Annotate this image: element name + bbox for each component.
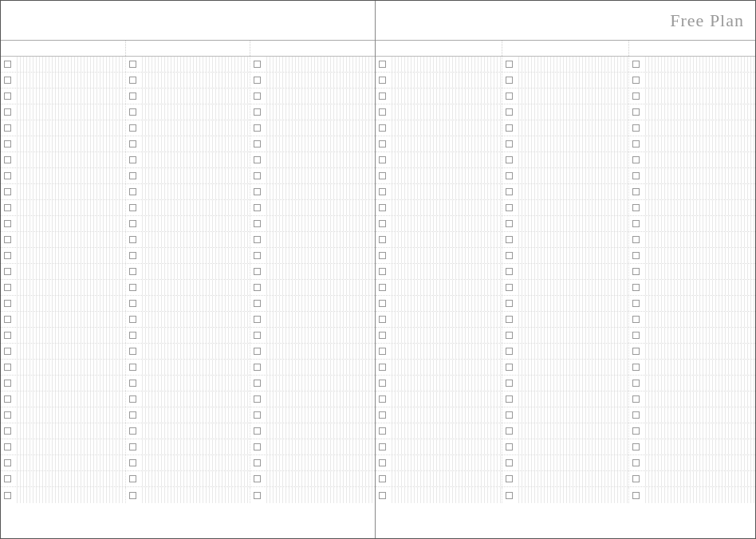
cell-checkbox[interactable] — [506, 268, 513, 275]
cell-checkbox[interactable] — [632, 380, 640, 387]
cell-checkbox[interactable] — [254, 411, 261, 419]
cell-checkbox[interactable] — [379, 172, 386, 179]
cell-checkbox[interactable] — [379, 140, 386, 148]
cell-checkbox[interactable] — [129, 220, 136, 227]
cell-checkbox[interactable] — [4, 236, 11, 243]
cell-checkbox[interactable] — [379, 156, 386, 163]
cell-checkbox[interactable] — [129, 395, 136, 403]
cell-checkbox[interactable] — [4, 124, 11, 132]
cell-checkbox[interactable] — [632, 140, 640, 148]
cell-checkbox[interactable] — [506, 380, 513, 387]
cell-checkbox[interactable] — [129, 124, 136, 132]
cell-checkbox[interactable] — [254, 443, 261, 450]
cell-checkbox[interactable] — [129, 140, 136, 148]
cell-checkbox[interactable] — [632, 332, 640, 339]
cell-checkbox[interactable] — [129, 236, 136, 243]
cell-checkbox[interactable] — [379, 364, 386, 371]
cell-checkbox[interactable] — [4, 172, 11, 179]
cell-checkbox[interactable] — [506, 459, 513, 466]
cell-checkbox[interactable] — [506, 124, 513, 132]
cell-checkbox[interactable] — [379, 459, 386, 466]
cell-checkbox[interactable] — [254, 395, 261, 403]
cell-checkbox[interactable] — [506, 61, 513, 68]
cell-checkbox[interactable] — [129, 332, 136, 339]
cell-checkbox[interactable] — [379, 475, 386, 482]
cell-checkbox[interactable] — [506, 364, 513, 371]
cell-checkbox[interactable] — [4, 156, 11, 163]
cell-checkbox[interactable] — [254, 108, 261, 116]
cell-checkbox[interactable] — [129, 108, 136, 116]
cell-checkbox[interactable] — [4, 380, 11, 387]
cell-checkbox[interactable] — [506, 252, 513, 259]
cell-checkbox[interactable] — [4, 492, 11, 499]
cell-checkbox[interactable] — [254, 140, 261, 148]
cell-checkbox[interactable] — [506, 443, 513, 450]
cell-checkbox[interactable] — [254, 284, 261, 291]
cell-checkbox[interactable] — [632, 443, 640, 450]
cell-checkbox[interactable] — [129, 204, 136, 211]
cell-checkbox[interactable] — [129, 300, 136, 307]
cell-checkbox[interactable] — [129, 92, 136, 100]
cell-checkbox[interactable] — [379, 332, 386, 339]
cell-checkbox[interactable] — [506, 108, 513, 116]
cell-checkbox[interactable] — [254, 364, 261, 371]
cell-checkbox[interactable] — [129, 348, 136, 355]
cell-checkbox[interactable] — [254, 61, 261, 68]
cell-checkbox[interactable] — [379, 284, 386, 291]
cell-checkbox[interactable] — [379, 92, 386, 100]
cell-checkbox[interactable] — [632, 427, 640, 435]
cell-checkbox[interactable] — [632, 411, 640, 419]
cell-checkbox[interactable] — [506, 220, 513, 227]
cell-checkbox[interactable] — [506, 172, 513, 179]
cell-checkbox[interactable] — [632, 188, 640, 195]
cell-checkbox[interactable] — [129, 475, 136, 482]
cell-checkbox[interactable] — [4, 268, 11, 275]
cell-checkbox[interactable] — [379, 443, 386, 450]
cell-checkbox[interactable] — [254, 236, 261, 243]
cell-checkbox[interactable] — [129, 316, 136, 323]
cell-checkbox[interactable] — [506, 204, 513, 211]
cell-checkbox[interactable] — [4, 475, 11, 482]
cell-checkbox[interactable] — [379, 300, 386, 307]
cell-checkbox[interactable] — [632, 316, 640, 323]
cell-checkbox[interactable] — [632, 284, 640, 291]
cell-checkbox[interactable] — [129, 188, 136, 195]
cell-checkbox[interactable] — [632, 61, 640, 68]
cell-checkbox[interactable] — [379, 61, 386, 68]
cell-checkbox[interactable] — [129, 172, 136, 179]
cell-checkbox[interactable] — [632, 475, 640, 482]
cell-checkbox[interactable] — [129, 61, 136, 68]
cell-checkbox[interactable] — [4, 204, 11, 211]
cell-checkbox[interactable] — [632, 77, 640, 84]
cell-checkbox[interactable] — [4, 395, 11, 403]
cell-checkbox[interactable] — [254, 220, 261, 227]
cell-checkbox[interactable] — [632, 268, 640, 275]
cell-checkbox[interactable] — [129, 492, 136, 499]
cell-checkbox[interactable] — [254, 204, 261, 211]
cell-checkbox[interactable] — [506, 300, 513, 307]
cell-checkbox[interactable] — [4, 411, 11, 419]
cell-checkbox[interactable] — [4, 77, 11, 84]
cell-checkbox[interactable] — [379, 124, 386, 132]
cell-checkbox[interactable] — [379, 77, 386, 84]
cell-checkbox[interactable] — [506, 77, 513, 84]
cell-checkbox[interactable] — [4, 284, 11, 291]
cell-checkbox[interactable] — [506, 475, 513, 482]
cell-checkbox[interactable] — [129, 443, 136, 450]
cell-checkbox[interactable] — [632, 220, 640, 227]
cell-checkbox[interactable] — [379, 348, 386, 355]
cell-checkbox[interactable] — [506, 156, 513, 163]
cell-checkbox[interactable] — [506, 316, 513, 323]
cell-checkbox[interactable] — [254, 124, 261, 132]
cell-checkbox[interactable] — [129, 411, 136, 419]
cell-checkbox[interactable] — [129, 284, 136, 291]
cell-checkbox[interactable] — [4, 348, 11, 355]
cell-checkbox[interactable] — [632, 492, 640, 499]
cell-checkbox[interactable] — [4, 252, 11, 259]
cell-checkbox[interactable] — [506, 492, 513, 499]
cell-checkbox[interactable] — [4, 61, 11, 68]
cell-checkbox[interactable] — [506, 348, 513, 355]
cell-checkbox[interactable] — [379, 395, 386, 403]
cell-checkbox[interactable] — [254, 252, 261, 259]
cell-checkbox[interactable] — [379, 252, 386, 259]
